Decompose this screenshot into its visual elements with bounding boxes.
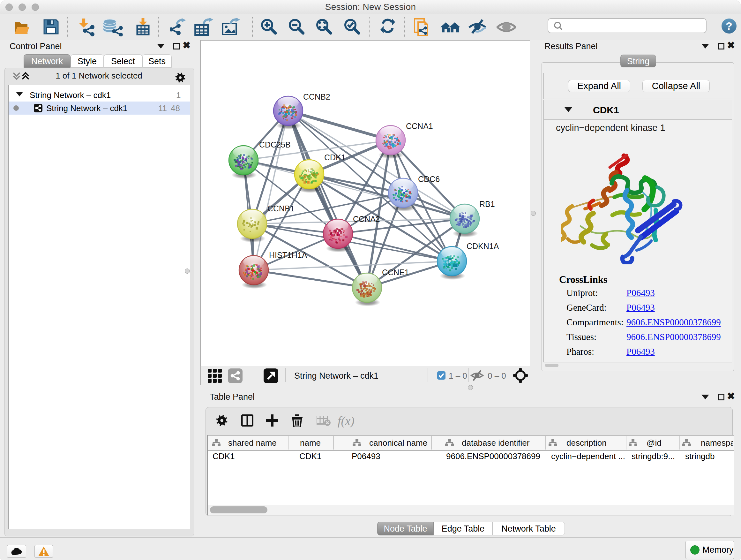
svg-text:CDKN1A: CDKN1A — [467, 242, 499, 251]
svg-text:CCNE1: CCNE1 — [382, 268, 409, 277]
svg-text:CDC25B: CDC25B — [259, 140, 291, 149]
svg-text:CDK1: CDK1 — [324, 153, 346, 162]
svg-text:CCNB1: CCNB1 — [267, 204, 294, 213]
svg-text:HIST1H1A: HIST1H1A — [269, 251, 307, 260]
svg-text:CCNB2: CCNB2 — [303, 92, 330, 101]
svg-text:CDC6: CDC6 — [418, 175, 440, 184]
svg-text:CCNA2: CCNA2 — [353, 214, 380, 224]
svg-text:CCNA1: CCNA1 — [406, 122, 433, 131]
svg-text:RB1: RB1 — [479, 199, 495, 208]
